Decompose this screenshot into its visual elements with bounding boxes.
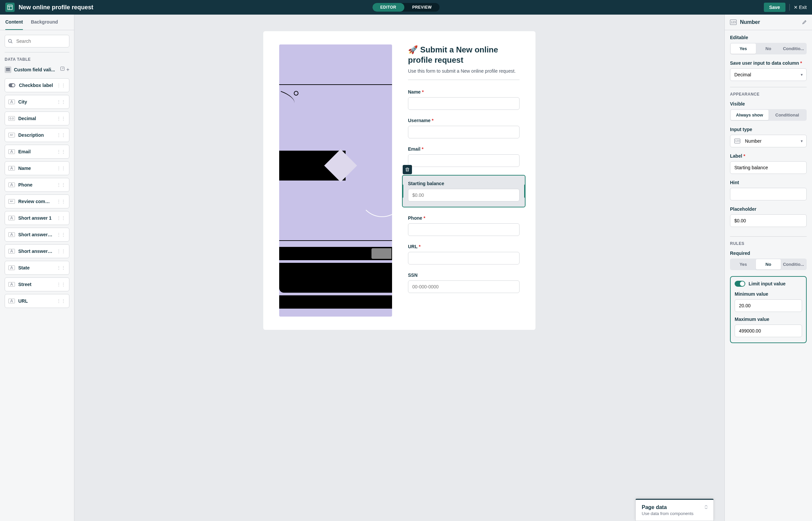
text-field-icon: A [8,149,15,154]
drag-handle-icon[interactable]: ⋮⋮ [57,99,66,105]
edit-icon[interactable] [802,20,807,25]
limit-toggle[interactable] [735,281,745,287]
close-icon: ✕ [794,5,798,10]
starting-balance-input[interactable] [408,189,520,201]
visible-segmented: Always show Conditional [730,109,807,121]
drag-handle-icon[interactable]: ⋮⋮ [57,132,66,138]
drag-handle-icon[interactable]: ⋮⋮ [57,149,66,154]
email-input[interactable] [408,154,520,167]
form-field-ssn[interactable]: SSN [408,272,520,293]
required-conditional[interactable]: Conditio... [781,259,806,269]
divider [408,80,520,80]
required-indicator: * [422,146,423,152]
form-field-phone[interactable]: Phone * [408,216,520,236]
sidebar-tab-content[interactable]: Content [5,15,23,30]
page-data-panel[interactable]: Page data Use data from components [635,499,714,521]
drag-handle-icon[interactable]: ⋮⋮ [57,182,66,187]
divider [789,4,790,10]
field-item[interactable]: AState⋮⋮ [5,261,69,275]
number-icon: 123 [734,139,740,143]
required-label: Required [730,251,807,256]
field-item[interactable]: AURL⋮⋮ [5,294,69,308]
placeholder-input[interactable] [730,214,807,227]
form-description: Use this form to submit a New online pro… [408,68,520,74]
drag-handle-icon[interactable]: ⋮⋮ [57,232,66,237]
field-item[interactable]: 0.0Decimal⋮⋮ [5,112,69,126]
drag-handle-icon[interactable]: ⋮⋮ [57,116,66,121]
editable-yes[interactable]: Yes [731,43,756,54]
required-indicator: * [422,89,424,95]
required-segmented: Yes No Conditio... [730,258,807,270]
field-item[interactable]: Checkbox label⋮⋮ [5,78,69,92]
form-field-name[interactable]: Name * [408,89,520,110]
field-item[interactable]: AShort answer 2 (...⋮⋮ [5,228,69,242]
min-value-label: Minimum value [735,291,802,297]
max-value-label: Maximum value [735,317,802,322]
drag-handle-icon[interactable]: ⋮⋮ [57,282,66,287]
sidebar-tab-background[interactable]: Background [31,15,58,30]
hint-label: Hint [730,180,807,185]
required-indicator: * [432,118,433,123]
editable-no[interactable]: No [756,43,781,54]
drag-handle-icon[interactable]: ⋮⋮ [57,216,66,221]
delete-button[interactable] [403,165,412,174]
field-item[interactable]: ACity⋮⋮ [5,95,69,109]
max-value-input[interactable] [735,324,802,337]
drag-handle-icon[interactable]: ⋮⋮ [57,199,66,204]
add-icon[interactable]: + [66,67,69,73]
drag-handle-icon[interactable]: ⋮⋮ [57,298,66,304]
drag-handle-icon[interactable]: ⋮⋮ [57,165,66,171]
svg-point-3 [9,40,12,43]
phone-input[interactable] [408,223,520,236]
field-item-label: Review comments [18,199,53,204]
form-field-username[interactable]: Username * [408,118,520,138]
tab-preview[interactable]: PREVIEW [404,3,440,12]
field-item[interactable]: AStreet⋮⋮ [5,277,69,291]
label-input[interactable] [730,161,807,174]
ssn-input[interactable] [408,280,520,293]
text-field-icon: A [8,299,15,303]
field-item[interactable]: AEmail⋮⋮ [5,145,69,159]
field-item[interactable]: APhone⋮⋮ [5,178,69,192]
field-item[interactable]: AName⋮⋮ [5,161,69,175]
visible-label: Visible [730,101,807,107]
hint-input[interactable] [730,188,807,200]
required-indicator: * [419,244,420,249]
form-canvas: 🚀 Submit a New online profile request Us… [263,31,536,330]
field-item[interactable]: A≡Description⋮⋮ [5,128,69,142]
drag-handle-icon[interactable]: ⋮⋮ [57,83,66,88]
username-input[interactable] [408,126,520,138]
section-label-data-table: DATA TABLE [5,57,69,62]
field-item[interactable]: A≡Review comments⋮⋮ [5,195,69,208]
save-column-select[interactable]: Decimal [730,68,807,81]
svg-rect-6 [6,69,10,70]
search-input[interactable] [5,35,69,47]
exit-button[interactable]: ✕ Exit [794,5,807,10]
drag-handle-icon[interactable]: ⋮⋮ [57,249,66,254]
field-item[interactable]: AShort answer 1⋮⋮ [5,211,69,225]
form-field-starting-balance[interactable]: Starting balance [402,175,525,207]
number-field-icon: 0.0 [8,116,15,121]
expand-icon[interactable] [704,505,708,509]
tab-editor[interactable]: EDITOR [373,3,404,12]
save-button[interactable]: Save [764,3,786,12]
editable-conditional[interactable]: Conditio... [781,43,806,54]
visible-always[interactable]: Always show [731,110,768,120]
field-item-label: URL [18,298,53,304]
data-table-row[interactable]: Custom field vali... + [5,64,69,75]
field-item[interactable]: AShort answer 3 R...⋮⋮ [5,244,69,258]
field-item-label: Short answer 2 (... [18,232,53,237]
required-no[interactable]: No [756,259,781,269]
form-field-url[interactable]: URL * [408,244,520,265]
url-input[interactable] [408,252,520,265]
min-value-input[interactable] [735,299,802,312]
input-type-select[interactable]: 123Number [730,135,807,148]
app-icon [5,3,15,12]
drag-handle-icon[interactable]: ⋮⋮ [57,265,66,270]
name-input[interactable] [408,97,520,110]
form-field-email[interactable]: Email * [408,146,520,167]
required-yes[interactable]: Yes [731,259,756,269]
decorative-image [279,44,392,317]
visible-conditional[interactable]: Conditional [768,110,806,120]
edit-icon[interactable] [61,67,64,73]
